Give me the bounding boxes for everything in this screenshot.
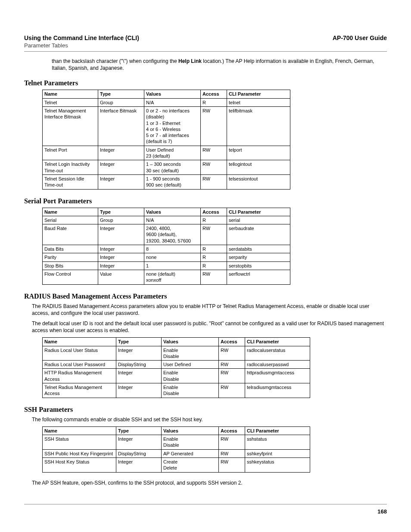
radius-table: Name Type Values Access CLI Parameter Ra… [42,337,310,398]
cell-values: N/A [144,98,201,106]
radius-section-title: RADIUS Based Management Access Parameter… [24,292,387,300]
cell-type: Integer [116,383,162,398]
telnet-tbody: TelnetGroupN/ARtelnetTelnet Management I… [43,98,290,189]
top-paragraph-bold: Help Link [178,58,202,64]
ssh-outro: The AP SSH feature, open-SSH, confirms t… [24,479,387,486]
cell-values: EnableDisable [162,369,219,383]
th-values: Values [162,426,219,435]
cell-type: Integer [98,174,144,189]
cell-name: Baud Rate [43,224,98,245]
cell-name: Stop Bits [43,261,98,270]
cell-name: Telnet Management Interface Bitmask [43,106,98,146]
cell-name: Data Bits [43,245,98,253]
cell-type: Integer [116,458,162,473]
cell-access: RW [201,106,227,146]
cell-values: none (default)xonxoff [144,270,201,284]
table-row: HTTP Radius Management AccessIntegerEnab… [43,369,310,383]
cell-name: Telnet Login Inactivity Time-out [43,160,98,175]
cell-type: Group [98,216,144,224]
table-row: Radius Local User StatusIntegerEnableDis… [43,346,310,361]
cell-values: User Defined23 (default) [144,146,201,160]
cell-type: Integer [116,435,162,450]
cell-cli: serdatabits [227,245,290,253]
th-access: Access [201,208,227,216]
cell-access: RW [219,361,245,369]
cell-type: Integer [98,160,144,175]
table-header-row: Name Type Values Access CLI Parameter [43,338,310,346]
page-header: Using the Command Line Interface (CLI) A… [24,34,387,41]
serial-tbody: SerialGroupN/ARserialBaud RateInteger240… [43,216,290,284]
header-rule [24,51,387,52]
cell-values: 1 - 900 seconds900 sec (default) [144,174,201,189]
th-type: Type [116,426,162,435]
page: Using the Command Line Interface (CLI) A… [0,0,411,532]
cell-values: EnableDisable [162,383,219,398]
table-header-row: Name Type Values Access CLI Parameter [43,90,290,98]
th-name: Name [43,338,116,346]
cell-values: User Defined [162,361,219,369]
cell-name: HTTP Radius Management Access [43,369,116,383]
cell-access: RW [219,346,245,361]
cell-type: Integer [116,346,162,361]
th-values: Values [144,90,201,98]
table-row: Radius Local User PasswordDisplayStringU… [43,361,310,369]
cell-name: Radius Local User Status [43,346,116,361]
cell-type: Integer [98,261,144,270]
table-row: Data BitsInteger8Rserdatabits [43,245,290,253]
cell-access: R [201,245,227,253]
cell-cli: serstopbits [227,261,290,270]
th-access: Access [219,338,245,346]
cell-name: Telnet [43,98,98,106]
cell-access: RW [219,369,245,383]
th-name: Name [43,90,98,98]
cell-access: R [201,261,227,270]
cell-cli: serial [227,216,290,224]
header-left: Using the Command Line Interface (CLI) [24,34,139,41]
footer-rule [24,504,387,504]
cell-name: Serial [43,216,98,224]
top-paragraph: than the backslash character ("\") when … [24,58,387,72]
th-values: Values [144,208,201,216]
cell-name: Telnet Session Idle Time-out [43,174,98,189]
th-access: Access [201,90,227,98]
cell-values: 1 [144,261,201,270]
th-access: Access [219,426,245,435]
cell-cli: sshkeystatus [245,458,310,473]
cell-name: SSH Status [43,435,116,450]
cell-access: R [201,98,227,106]
table-header-row: Name Type Values Access CLI Parameter [43,426,310,435]
serial-table: Name Type Values Access CLI Parameter Se… [42,208,290,285]
cell-access: RW [219,449,245,457]
cell-type: DisplayString [116,449,162,457]
cell-values: 0 or 2 - no interfaces (disable)1 or 3 -… [144,106,201,146]
cell-cli: radlocaluserstatus [245,346,310,361]
cell-cli: telport [227,146,290,160]
cell-cli: radlocaluserpasswd [245,361,310,369]
table-row: Baud RateInteger2400, 4800,9600 (default… [43,224,290,245]
cell-cli: sshkeyfprint [245,449,310,457]
th-name: Name [43,208,98,216]
th-name: Name [43,426,116,435]
cell-values: 1 – 300 seconds30 sec (default) [144,160,201,175]
table-row: SerialGroupN/ARserial [43,216,290,224]
ssh-intro: The following commands enable or disable… [24,416,387,423]
table-row: Telnet PortIntegerUser Defined23 (defaul… [43,146,290,160]
table-row: TelnetGroupN/ARtelnet [43,98,290,106]
table-row: Stop BitsInteger1Rserstopbits [43,261,290,270]
cell-access: R [201,253,227,261]
radius-intro-2: The default local user ID is root and th… [24,320,387,334]
cell-cli: serbaudrate [227,224,290,245]
th-cli: CLI Parameter [227,208,290,216]
cell-name: Flow Control [43,270,98,284]
cell-access: R [201,216,227,224]
table-row: Telnet Management Interface BitmaskInter… [43,106,290,146]
table-row: Telnet Radius Management AccessIntegerEn… [43,383,310,398]
cell-values: N/A [144,216,201,224]
th-cli: CLI Parameter [245,426,310,435]
table-row: Telnet Session Idle Time-outInteger1 - 9… [43,174,290,189]
cell-values: EnableDisable [162,435,219,450]
cell-values: none [144,253,201,261]
cell-values: AP Generated [162,449,219,457]
table-row: SSH StatusIntegerEnableDisableRWsshstatu… [43,435,310,450]
cell-cli: sshstatus [245,435,310,450]
